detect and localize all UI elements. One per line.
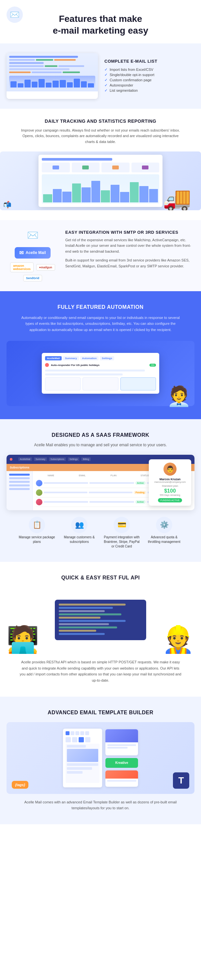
envelope-icon: ✉	[19, 250, 24, 256]
saas-status-badge: Pending	[134, 491, 146, 494]
saas-sidebar-item	[9, 481, 30, 483]
saas-sidebar-item	[9, 477, 30, 479]
code-line	[59, 613, 121, 616]
payment-icon: 💳	[114, 517, 130, 533]
code-line	[59, 617, 100, 619]
code-line	[59, 610, 105, 612]
tracking-visual: 🚚 📬	[0, 151, 201, 210]
automation-heading: FULLY FEATURED AUTOMATION	[6, 304, 195, 310]
customers-icon: 👥	[71, 517, 87, 533]
template-heading: ADVANCED EMAIL TEMPLATE BUILDER	[6, 710, 195, 716]
saas-feature-item: 👥 Manage customers & subscriptions	[60, 517, 99, 549]
auto-topbar: AcelleMail Summary Automation Settings	[45, 356, 156, 360]
code-line	[59, 630, 96, 632]
code-line	[59, 604, 126, 606]
template-tags-badge: {tags}	[12, 781, 28, 789]
smtp-paragraph2: Built-in support for sending email from …	[65, 258, 195, 269]
hero-title: Features that make e-mail marketing easy	[20, 13, 181, 37]
automation-screen: AcelleMail Summary Automation Settings A…	[42, 353, 159, 394]
profile-days: 555 Days remaining	[152, 494, 188, 496]
saas-nav-item: Settings	[68, 457, 79, 461]
email-list-content: COMPLETE E-MAIL LIST Import lists from E…	[104, 59, 195, 93]
code-line	[59, 620, 126, 622]
image-card-text	[108, 744, 136, 746]
auto-tab: Summary	[63, 356, 79, 360]
api-section: QUICK & EASY REST FUL API 🧑‍💻 👷 Acelle p…	[0, 562, 201, 697]
automation-section: FULLY FEATURED AUTOMATION Automatically …	[0, 291, 201, 419]
image-card-top	[105, 729, 138, 742]
automation-person-illustration: 🧑‍💼	[167, 387, 191, 406]
template-card-2	[105, 770, 138, 787]
saas-cell	[44, 501, 88, 503]
feature-item: Import lists from Excel/CSV	[104, 67, 195, 72]
email-list-section: COMPLETE E-MAIL LIST Import lists from E…	[0, 43, 201, 109]
template-image-card	[105, 729, 138, 756]
smtp-content: EASY INTEGRATION WITH SMTP OR 3RD SERVIC…	[65, 230, 195, 273]
smtp-heading: EASY INTEGRATION WITH SMTP OR 3RD SERVIC…	[65, 230, 195, 235]
canvas-row	[67, 767, 92, 770]
saas-nav-item: Summary	[34, 457, 47, 461]
profile-plan: Standard plan	[152, 484, 188, 487]
profile-avatar: 👨	[163, 463, 177, 476]
email-list-screenshot	[6, 53, 98, 99]
automation-description: Automatically or conditionally send emai…	[19, 315, 182, 333]
image-card-text	[108, 747, 128, 749]
saas-cell	[44, 492, 87, 493]
auto-tab: AcelleMail	[45, 356, 62, 360]
saas-profile-card: 👨 Marcos Kruzan marcos.kruzan@company.co…	[149, 459, 191, 506]
mailgun-badge: ●mailgun	[36, 264, 55, 270]
api-description: Acelle provides RESTful API which is bas…	[19, 659, 182, 684]
smtp-logos: ✉️ ✉ Acelle Mail amazonwebservices ●mail…	[6, 230, 59, 282]
template-editor-panel	[63, 729, 102, 788]
feature-item: Single/double opt-in support	[104, 72, 195, 77]
saas-features-grid: 📋 Manage service package plans 👥 Manage …	[6, 517, 195, 549]
service-plan-label: Manage service package plans	[17, 535, 57, 544]
canvas-row	[67, 771, 82, 774]
code-line	[59, 607, 113, 609]
template-toolbar	[66, 731, 100, 735]
saas-heading: DESIGNED AS A SAAS FRAMEWORK	[6, 432, 195, 438]
api-code-screen	[55, 600, 146, 640]
tracking-chart	[42, 174, 159, 204]
funding-active-button[interactable]: FUNDING ACTIVE	[158, 498, 182, 503]
profile-email: marcos.kruzan@company.com	[152, 481, 188, 483]
quota-icon: ⚙️	[156, 517, 172, 533]
hero-section: Features that make e-mail marketing easy	[0, 0, 201, 43]
api-person-right-illustration: 👷	[162, 627, 195, 652]
saas-section: DESIGNED AS A SAAS FRAMEWORK Acelle Mail…	[0, 419, 201, 562]
canvas-image-row	[67, 749, 98, 762]
email-list-features: Import lists from Excel/CSV Single/doubl…	[104, 67, 195, 93]
saas-nav: AcelleMail Summary Subscriptions Setting…	[18, 457, 91, 461]
saas-feature-item: 📋 Manage service package plans	[17, 517, 57, 549]
quota-label: Advanced quota & throttling management	[144, 535, 184, 544]
saas-status-badge: Active	[135, 481, 146, 485]
template-section: ADVANCED EMAIL TEMPLATE BUILDER	[0, 697, 201, 824]
provider-logos: amazonwebservices ●mailgun SendGrid	[6, 262, 59, 282]
saas-sidebar-item	[9, 484, 30, 487]
saas-sidebar-item	[9, 488, 30, 490]
saas-dot	[10, 458, 13, 461]
payment-label: Payment integration with Braintree, Stri…	[102, 535, 141, 549]
api-person-left-illustration: 🧑‍💻	[6, 627, 39, 652]
template-canvas	[66, 744, 100, 783]
saas-sidebar	[6, 471, 33, 510]
profile-amount: $100	[152, 488, 188, 494]
tracking-topbar	[42, 158, 112, 161]
canvas-row	[67, 763, 98, 766]
tracking-section: DAILY TRACKING AND STATISTICS REPORTING …	[0, 109, 201, 220]
smtp-paragraph1: Get rid of the expensive email services …	[65, 237, 195, 255]
template-t-icon: T	[173, 772, 189, 789]
saas-avatar	[36, 499, 43, 505]
saas-nav-item: Billing	[81, 457, 91, 461]
saas-status-badge: Active	[135, 500, 146, 504]
tracking-screen	[38, 155, 163, 207]
template-right-panel: Kreative	[105, 729, 138, 787]
api-visual: 🧑‍💻 👷	[6, 587, 195, 652]
saas-sidebar-item	[9, 474, 30, 476]
kreative-badge: Kreative	[105, 758, 138, 768]
feature-item: List segmentation	[104, 88, 195, 93]
saas-feature-item: 💳 Payment integration with Braintree, St…	[102, 517, 141, 549]
saas-screen-wrapper: AcelleMail Summary Subscriptions Setting…	[6, 455, 195, 510]
template-tool	[85, 731, 89, 735]
automation-visual: AcelleMail Summary Automation Settings A…	[6, 341, 195, 406]
